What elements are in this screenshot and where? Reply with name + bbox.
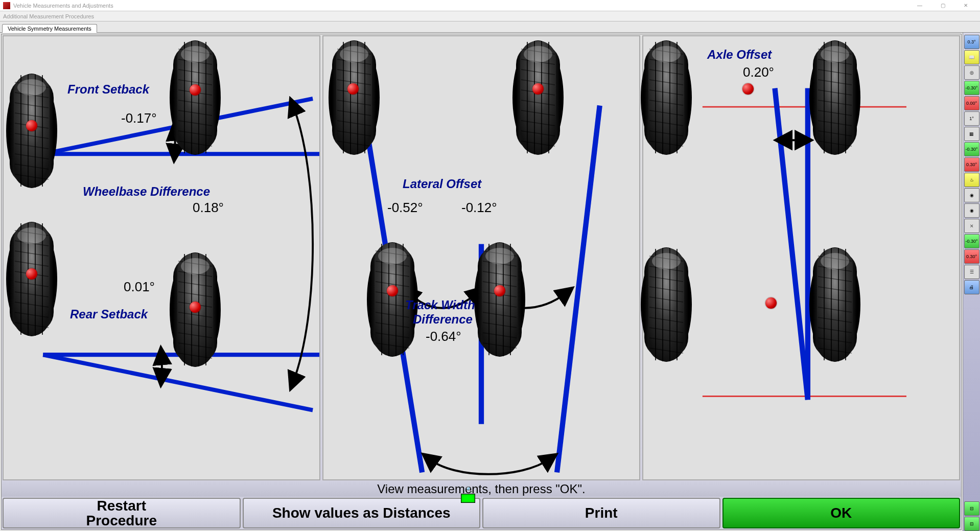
point-axle-rear [765,297,777,309]
value-track-width: -0.64° [426,329,461,344]
point-rear-right [190,302,201,313]
tool-bars-icon[interactable]: ☰ [964,265,979,279]
show-values-distances-button[interactable]: Show values as Distances 🔍 [243,498,481,528]
tire-front-right [167,39,223,156]
tool-axle-rear-icon[interactable]: ⊟ [964,517,979,531]
app-icon [3,2,10,9]
tool-grid-icon[interactable]: ▦ [964,127,979,141]
value-lateral-offset-left: -0.52° [387,200,423,216]
tool-reading-zero-icon[interactable]: 0.00° [964,96,979,110]
tool-voltage-icon[interactable]: 0.3° [964,35,979,49]
tire-rear-right [472,241,528,358]
close-button[interactable]: ✕ [954,1,977,11]
tool-reading-neg2-icon[interactable]: -0.30° [964,142,979,156]
tool-wheel1-icon[interactable]: ◉ [964,188,979,202]
tool-reading-neg-icon[interactable]: -0.30° [964,81,979,95]
svg-line-24 [557,105,600,472]
tool-reading-one-icon[interactable]: 1° [964,111,979,126]
buttonbar: Restart Procedure Show values as Distanc… [2,497,961,529]
print-button[interactable]: Print [482,498,720,528]
maximize-button[interactable]: ▢ [931,1,954,11]
menu-additional-procedures[interactable]: Additional Measurement Procedures [3,13,94,19]
tab-symmetry-measurements[interactable]: Vehicle Symmetry Measurements [2,24,97,33]
label-axle-offset: Axle Offset [707,48,772,62]
label-front-setback: Front Setback [67,82,149,97]
label-rear-setback: Rear Setback [70,307,148,321]
tool-reading-pos-icon[interactable]: 0.30° [964,157,979,172]
point-front-left [26,120,37,131]
point-axle-front [742,83,754,95]
panel-setback-wheelbase: Front Setback -0.17° Wheelbase Differenc… [3,35,320,480]
window-title: Vehicle Measurements and Adjustments [13,3,113,9]
tire-front-left [326,39,382,156]
tire-rear-right [807,246,863,363]
tool-reading-pos2-icon[interactable]: 0.30° [964,249,979,264]
tire-front-right [510,39,566,156]
side-toolbar: 0.3° 📖 ◎ -0.30° 0.00° 1° ▦ -0.30° 0.30° … [963,33,980,531]
point-front-right [190,84,201,96]
label-track-width-1: Track Width [405,298,475,312]
point-rear-left [26,268,37,280]
point-rear-right [494,285,505,296]
restart-procedure-button[interactable]: Restart Procedure [3,498,241,528]
tire-front-right [807,39,863,156]
panel-lateral-track: Lateral Offset -0.52° -0.12° Track Width… [322,35,640,480]
ok-button[interactable]: OK [722,498,961,528]
point-rear-left [387,285,398,296]
tool-wheel2-icon[interactable]: ◉ [964,203,979,218]
tool-camber-icon[interactable]: ⤬ [964,219,979,233]
tool-book-icon[interactable]: 📖 [964,50,979,64]
value-front-setback: -0.17° [121,110,157,126]
tire-rear-left [638,246,694,363]
panel-axle-offset: Axle Offset 0.20° [642,35,960,480]
value-lateral-offset-right: -0.12° [461,200,497,216]
label-lateral-offset: Lateral Offset [403,177,481,191]
value-wheelbase-diff: 0.18° [193,200,224,216]
tool-suspension-icon[interactable]: ♨ [964,173,979,187]
titlebar: Vehicle Measurements and Adjustments — ▢… [0,0,980,11]
minimize-button[interactable]: — [908,1,931,11]
point-front-right [532,83,544,95]
tire-front-left [638,39,694,156]
value-axle-offset: 0.20° [743,64,774,80]
magnifier-icon: 🔍 [466,487,472,492]
tool-axle-front-icon[interactable]: ⊟ [964,501,979,516]
tool-reading-neg3-icon[interactable]: -0.30° [964,234,979,248]
instruction-text: View measurements, then press "OK". [2,481,961,497]
tool-printer-icon[interactable]: 🖨 [964,280,979,294]
tabbar: Vehicle Symmetry Measurements [0,21,980,33]
label-track-width-2: Difference [413,312,473,327]
svg-line-28 [775,88,808,400]
point-front-left [347,83,359,95]
status-led-icon [461,494,475,503]
menubar[interactable]: Additional Measurement Procedures [0,11,980,21]
value-rear-setback: 0.01° [124,279,155,295]
label-wheelbase-diff: Wheelbase Difference [83,184,210,199]
tool-target-icon[interactable]: ◎ [964,65,979,80]
